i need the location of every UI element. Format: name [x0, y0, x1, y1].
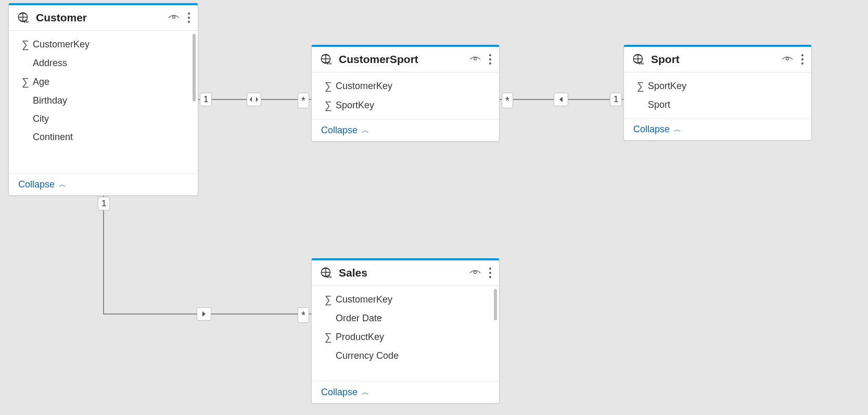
field-item[interactable]: Continent [9, 128, 198, 146]
field-item[interactable]: ∑SportKey [312, 96, 499, 115]
table-sport[interactable]: Sport ∑SportKey Sport Collapse ︿ [623, 45, 812, 141]
sigma-icon: ∑ [321, 294, 336, 306]
field-item[interactable]: ∑CustomerKey [312, 290, 499, 309]
svg-point-6 [474, 58, 477, 60]
collapse-button[interactable]: Collapse ︿ [9, 173, 198, 195]
field-item[interactable]: ∑CustomerKey [9, 35, 198, 54]
table-header: Customer [9, 5, 198, 31]
table-title: Sport [651, 53, 781, 66]
cardinality-one: 1 [200, 93, 212, 106]
collapse-button[interactable]: Collapse ︿ [312, 119, 499, 141]
sigma-icon: ∑ [18, 76, 33, 88]
table-title: Sales [339, 267, 469, 279]
visibility-icon[interactable] [168, 13, 180, 22]
table-title: CustomerSport [339, 53, 469, 66]
more-options-icon[interactable] [489, 267, 492, 279]
collapse-button[interactable]: Collapse ︿ [624, 118, 811, 140]
sigma-icon: ∑ [633, 80, 648, 92]
svg-point-17 [489, 268, 491, 270]
svg-point-2 [188, 12, 190, 15]
field-item[interactable]: Birthday [9, 92, 198, 110]
table-customer[interactable]: Customer ∑CustomerKey Address ∑Age Birth… [8, 3, 198, 196]
svg-point-11 [786, 58, 789, 60]
visibility-icon[interactable] [781, 55, 794, 64]
table-icon [319, 266, 334, 280]
table-header: Sport [624, 47, 811, 72]
relationship-line [103, 195, 104, 315]
collapse-button[interactable]: Collapse ︿ [312, 381, 499, 403]
visibility-icon[interactable] [469, 55, 481, 64]
field-item[interactable]: ∑ProductKey [312, 328, 499, 347]
sigma-icon: ∑ [18, 39, 33, 51]
chevron-up-icon: ︿ [674, 125, 681, 134]
field-list: ∑CustomerKey ∑SportKey [312, 72, 499, 119]
table-icon [631, 52, 646, 67]
table-customersport[interactable]: CustomerSport ∑CustomerKey ∑SportKey Col… [311, 45, 500, 142]
svg-point-12 [801, 54, 803, 56]
visibility-icon[interactable] [469, 268, 481, 278]
table-header: Sales [312, 260, 499, 286]
svg-point-18 [489, 272, 491, 274]
scrollbar-thumb[interactable] [193, 34, 196, 102]
cardinality-many: * [298, 93, 309, 108]
svg-point-16 [474, 271, 477, 274]
svg-point-3 [188, 17, 190, 19]
svg-point-7 [489, 54, 491, 56]
cardinality-many: * [298, 307, 309, 323]
table-icon [16, 10, 31, 25]
field-list: ∑SportKey Sport [624, 72, 811, 118]
filter-direction-single-icon[interactable] [197, 307, 211, 321]
field-item[interactable]: ∑Age [9, 72, 198, 92]
svg-point-1 [173, 16, 175, 19]
filter-direction-single-icon[interactable] [554, 93, 568, 106]
cardinality-many: * [502, 93, 513, 108]
sigma-icon: ∑ [321, 80, 336, 92]
chevron-up-icon: ︿ [362, 126, 369, 135]
chevron-up-icon: ︿ [362, 388, 369, 397]
field-item[interactable]: Order Date [312, 309, 499, 328]
table-header: CustomerSport [312, 47, 499, 72]
svg-point-19 [489, 276, 491, 278]
sigma-icon: ∑ [321, 331, 336, 343]
more-options-icon[interactable] [489, 54, 492, 65]
field-list: ∑CustomerKey Order Date ∑ProductKey Curr… [312, 286, 499, 381]
svg-point-14 [801, 62, 803, 65]
table-title: Customer [36, 11, 168, 24]
field-item[interactable]: ∑CustomerKey [312, 77, 499, 96]
svg-point-9 [489, 62, 491, 65]
field-item[interactable]: Currency Code [312, 347, 499, 365]
model-diagram-canvas[interactable]: 1 * * 1 1 * Customer [0, 0, 868, 415]
table-icon [319, 52, 334, 67]
field-item[interactable]: City [9, 110, 198, 128]
field-item[interactable]: Address [9, 54, 198, 72]
chevron-up-icon: ︿ [59, 180, 66, 190]
more-options-icon[interactable] [187, 12, 190, 23]
filter-direction-both-icon[interactable] [247, 93, 261, 106]
more-options-icon[interactable] [801, 54, 804, 65]
field-item[interactable]: Sport [624, 96, 811, 114]
cardinality-one: 1 [98, 197, 110, 210]
cardinality-one: 1 [610, 93, 622, 106]
sigma-icon: ∑ [321, 99, 336, 111]
svg-point-8 [489, 58, 491, 60]
table-sales[interactable]: Sales ∑CustomerKey Order Date ∑ProductKe… [311, 258, 500, 404]
field-list: ∑CustomerKey Address ∑Age Birthday City … [9, 31, 198, 173]
svg-point-4 [188, 21, 190, 23]
field-item[interactable]: ∑SportKey [624, 77, 811, 96]
scrollbar-thumb[interactable] [494, 289, 497, 320]
svg-point-13 [801, 58, 803, 60]
